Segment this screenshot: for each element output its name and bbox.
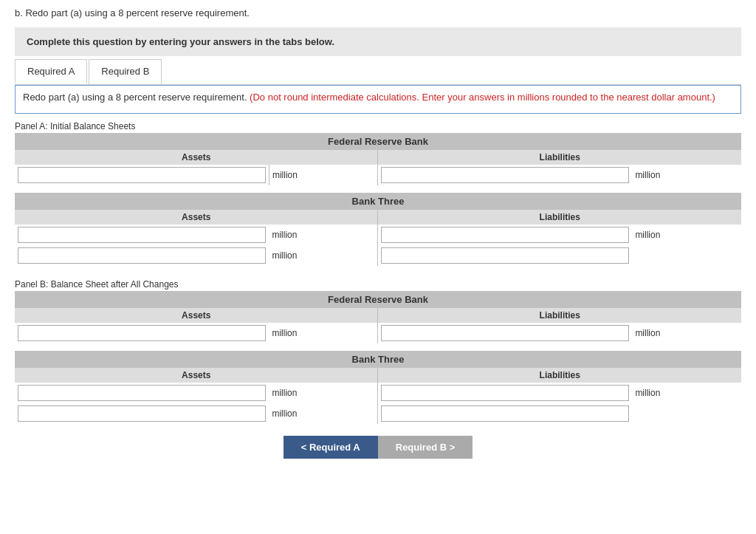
panel-b-bank-liability-input-1[interactable] [381, 405, 629, 422]
arrow-left-icon [301, 442, 309, 453]
panel-a-label: Panel A: Initial Balance Sheets [15, 121, 741, 131]
content-area: Redo part (a) using a 8 percent reserve … [15, 85, 741, 114]
panel-b-bank-asset-unit-0: million [269, 383, 378, 403]
panel-b-bank-liability-input-0[interactable] [381, 385, 629, 401]
panel-a-fed-assets-header: Assets [15, 150, 378, 165]
panel-a-fed-liability-input-0[interactable] [381, 167, 629, 183]
note-red: (Do not round intermediate calculations.… [250, 92, 715, 103]
panel-a-bank-asset-unit-1: million [269, 245, 378, 266]
panel-b-bank-liabilities-header: Liabilities [378, 368, 741, 383]
panel-b-fed-asset-unit-0: million [269, 323, 378, 343]
panel-b-bank-asset-unit-1: million [269, 403, 378, 424]
panel-a-bank-asset-input-0[interactable] [18, 227, 266, 243]
panel-b-fed-liability-input-0[interactable] [381, 325, 629, 341]
instruction-box: Complete this question by entering your … [15, 27, 741, 56]
panel-b-fed-asset-input-0[interactable] [18, 325, 266, 341]
panel-a-bank-three-table: Bank Three Assets Liabilities million mi… [15, 193, 741, 266]
panel-b-bank-assets-header: Assets [15, 368, 378, 383]
panel-b-bank-liability-unit-0: million [632, 383, 741, 403]
panel-b-bank-title: Bank Three [15, 351, 741, 368]
panel-a-fed-asset-unit-0: million [269, 165, 378, 185]
panel-b-fed-liabilities-header: Liabilities [378, 308, 741, 323]
tab-required-b[interactable]: Required B [89, 59, 162, 84]
bottom-nav: Required A Required B [15, 436, 741, 459]
panel-a-bank-assets-header: Assets [15, 210, 378, 225]
panel-b-bank-asset-input-0[interactable] [18, 385, 266, 401]
panel-b-bank-liability-unit-1 [632, 403, 741, 424]
intro-text: b. Redo part (a) using a 8 percent reser… [15, 7, 741, 18]
nav-left-label: Required A [309, 442, 360, 453]
tabs-container: Required A Required B [15, 56, 741, 85]
nav-right-label: Required B [396, 442, 447, 453]
panel-b-bank-asset-input-1[interactable] [18, 405, 266, 422]
note-prefix: Redo part (a) using a 8 percent reserve … [23, 92, 250, 103]
panel-b-fed-assets-header: Assets [15, 308, 378, 323]
panel-a-bank-liability-unit-0: million [632, 225, 741, 245]
note-text: Redo part (a) using a 8 percent reserve … [23, 92, 733, 103]
nav-required-b-button[interactable]: Required B [378, 436, 473, 459]
panel-a-bank-asset-unit-0: million [269, 225, 378, 245]
panel-b-bank-three-table: Bank Three Assets Liabilities million mi… [15, 351, 741, 424]
panel-a-bank-title: Bank Three [15, 193, 741, 210]
panel-a-bank-liabilities-header: Liabilities [378, 210, 741, 225]
panel-a-bank-liability-input-0[interactable] [381, 227, 629, 243]
panel-a-bank-liability-input-1[interactable] [381, 247, 629, 264]
panel-a-fed-title: Federal Reserve Bank [15, 133, 741, 150]
panel-a-fed-asset-input-0[interactable] [18, 167, 266, 183]
panel-b-label: Panel B: Balance Sheet after All Changes [15, 279, 741, 290]
panel-a-fed-liability-unit-0: million [632, 165, 741, 185]
panel-a-federal-reserve-table: Federal Reserve Bank Assets Liabilities … [15, 133, 741, 185]
panel-a-fed-liabilities-header: Liabilities [378, 150, 741, 165]
arrow-right-icon [447, 442, 455, 453]
nav-required-a-button[interactable]: Required A [284, 436, 378, 459]
panel-b-fed-title: Federal Reserve Bank [15, 291, 741, 308]
panel-b-federal-reserve-table: Federal Reserve Bank Assets Liabilities … [15, 291, 741, 343]
panel-b-fed-liability-unit-0: million [632, 323, 741, 343]
panel-a-bank-asset-input-1[interactable] [18, 247, 266, 264]
tab-required-a[interactable]: Required A [15, 59, 87, 84]
panel-a-bank-liability-unit-1 [632, 245, 741, 266]
